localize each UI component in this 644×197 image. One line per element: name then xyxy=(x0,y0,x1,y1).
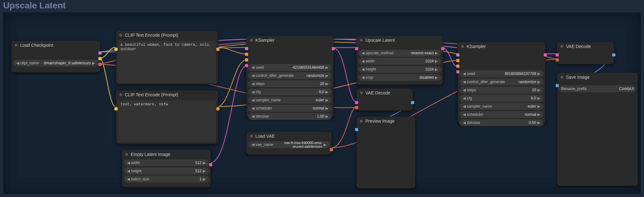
param-ksampler2-cfg[interactable]: ◀cfg8.0▶ xyxy=(460,95,543,102)
port-positive-in[interactable] xyxy=(456,59,459,62)
chevron-right-icon[interactable]: ▶ xyxy=(324,73,330,78)
port-model-in[interactable] xyxy=(245,47,248,50)
param-ksampler1-sampler-name[interactable]: ◀sampler_nameeuler▶ xyxy=(248,97,331,104)
collapse-icon[interactable] xyxy=(14,44,18,47)
port-latent-out[interactable] xyxy=(332,47,335,50)
param-ksampler2-denoise[interactable]: ◀denoise0.50▶ xyxy=(460,119,543,126)
chevron-right-icon[interactable]: ▶ xyxy=(324,106,330,110)
port-images-in[interactable] xyxy=(556,84,559,87)
chevron-right-icon[interactable]: ▶ xyxy=(536,120,541,125)
port-vae[interactable] xyxy=(98,63,102,66)
param-ksampler2-sampler-name[interactable]: ◀sampler_nameeuler▶ xyxy=(460,103,543,110)
param-empty-latent-width[interactable]: ◀width512▶ xyxy=(124,159,209,166)
port-model-in[interactable] xyxy=(456,53,459,56)
chevron-left-icon[interactable]: ◀ xyxy=(462,120,467,125)
port-latent-in[interactable] xyxy=(245,64,248,67)
collapse-icon[interactable] xyxy=(250,39,253,42)
port-positive-in[interactable] xyxy=(245,53,248,56)
chevron-left-icon[interactable]: ◀ xyxy=(250,142,256,147)
port-image-out[interactable] xyxy=(411,101,414,104)
param-upscale-height[interactable]: ◀height1024▶ xyxy=(358,66,441,73)
chevron-left-icon[interactable]: ◀ xyxy=(250,82,256,86)
param-ksampler1-scheduler[interactable]: ◀schedulernormal▶ xyxy=(248,105,331,112)
node-vae-decode-2[interactable]: VAE Decode xyxy=(557,42,614,64)
port-samples-in[interactable] xyxy=(556,53,559,56)
chevron-right-icon[interactable]: ▶ xyxy=(324,90,330,94)
chevron-left-icon[interactable]: ◀ xyxy=(462,96,467,100)
param-ksampler1-steps[interactable]: ◀steps20▶ xyxy=(248,80,331,87)
node-ksampler-1[interactable]: KSampler ◀seed421565531484456▶◀control_a… xyxy=(246,35,334,118)
param-ksampler2-scheduler[interactable]: ◀schedulernormal▶ xyxy=(460,111,543,118)
param-upscale-width[interactable]: ◀width1024▶ xyxy=(358,58,441,65)
chevron-right-icon[interactable]: ▶ xyxy=(322,142,328,147)
chevron-left-icon[interactable]: ◀ xyxy=(15,61,20,65)
chevron-left-icon[interactable]: ◀ xyxy=(126,169,131,173)
chevron-left-icon[interactable]: ◀ xyxy=(250,98,256,102)
port-vae-out[interactable] xyxy=(330,148,333,151)
chevron-left-icon[interactable]: ◀ xyxy=(126,161,131,165)
param-ksampler2-control-after-generate[interactable]: ◀control_after_generaterandomize▶ xyxy=(460,78,543,85)
chevron-left-icon[interactable]: ◀ xyxy=(462,104,467,109)
prompt-textarea[interactable]: a beautiful woman, face to camera, solo,… xyxy=(118,41,216,83)
node-load-vae[interactable]: Load VAE ◀ vae_name vae-ft-mse-840000-em… xyxy=(246,131,332,155)
chevron-left-icon[interactable]: ◀ xyxy=(360,67,366,72)
chevron-left-icon[interactable]: ◀ xyxy=(250,90,256,94)
param-upscale-upscale-method[interactable]: ◀upscale_methodnearest-exact▶ xyxy=(358,50,441,56)
chevron-right-icon[interactable]: ▶ xyxy=(536,72,541,76)
collapse-icon[interactable] xyxy=(125,153,128,156)
port-image-out[interactable] xyxy=(612,53,615,56)
prompt-textarea[interactable]: text, watermark, nsfw xyxy=(118,100,216,142)
widget-filename-prefix[interactable]: filename_prefix ComfyUI xyxy=(559,85,636,92)
collapse-icon[interactable] xyxy=(360,39,363,42)
node-empty-latent-image[interactable]: Empty Latent Image ◀width512▶◀height512▶… xyxy=(122,150,211,187)
chevron-right-icon[interactable]: ▶ xyxy=(536,88,541,92)
port-conditioning-out[interactable] xyxy=(216,48,219,51)
collapse-icon[interactable] xyxy=(560,76,564,79)
chevron-right-icon[interactable]: ▶ xyxy=(536,80,541,84)
chevron-left-icon[interactable]: ◀ xyxy=(360,51,366,55)
collapse-icon[interactable] xyxy=(119,93,122,96)
port-samples-in[interactable] xyxy=(355,101,358,104)
chevron-left-icon[interactable]: ◀ xyxy=(462,72,467,76)
port-clip-in[interactable] xyxy=(114,48,118,51)
chevron-left-icon[interactable]: ◀ xyxy=(250,114,256,119)
chevron-left-icon[interactable]: ◀ xyxy=(250,73,256,78)
node-upscale-latent[interactable]: Upscale Latent ◀upscale_methodnearest-ex… xyxy=(356,35,443,85)
node-save-image[interactable]: Save Image filename_prefix ComfyUI xyxy=(557,72,638,186)
param-ksampler1-denoise[interactable]: ◀denoise1.00▶ xyxy=(248,113,331,120)
chevron-right-icon[interactable]: ▶ xyxy=(434,75,439,80)
port-clip[interactable] xyxy=(98,57,102,60)
chevron-right-icon[interactable]: ▶ xyxy=(324,82,330,86)
node-preview-image[interactable]: Preview Image xyxy=(356,116,415,189)
chevron-left-icon[interactable]: ◀ xyxy=(462,80,467,84)
chevron-right-icon[interactable]: ▶ xyxy=(324,65,330,70)
chevron-right-icon[interactable]: ▶ xyxy=(324,98,330,102)
port-latent-in[interactable] xyxy=(456,70,459,73)
chevron-right-icon[interactable]: ▶ xyxy=(434,51,439,55)
param-upscale-crop[interactable]: ◀cropdisabled▶ xyxy=(358,74,441,81)
param-ksampler1-control-after-generate[interactable]: ◀control_after_generaterandomize▶ xyxy=(248,72,331,79)
chevron-right-icon[interactable]: ▶ xyxy=(536,104,541,109)
port-images-in[interactable] xyxy=(355,128,358,131)
collapse-icon[interactable] xyxy=(360,120,363,123)
node-load-checkpoint[interactable]: Load Checkpoint ◀ ckpt_name dreamshaper_… xyxy=(11,40,100,72)
collapse-icon[interactable] xyxy=(250,135,253,138)
chevron-left-icon[interactable]: ◀ xyxy=(360,75,366,80)
node-ksampler-2[interactable]: KSampler ◀seed891605694197709▶◀control_a… xyxy=(458,42,546,124)
node-clip-text-encode-positive[interactable]: CLIP Text Encode (Prompt) a beautiful wo… xyxy=(116,30,218,84)
collapse-icon[interactable] xyxy=(119,34,122,37)
collapse-icon[interactable] xyxy=(360,91,363,94)
chevron-right-icon[interactable]: ▶ xyxy=(202,169,207,173)
port-model[interactable] xyxy=(98,51,102,55)
chevron-left-icon[interactable]: ◀ xyxy=(126,177,131,181)
port-negative-in[interactable] xyxy=(456,65,459,68)
chevron-right-icon[interactable]: ▶ xyxy=(434,67,439,72)
param-empty-latent-batch-size[interactable]: ◀batch_size1▶ xyxy=(124,176,209,183)
chevron-left-icon[interactable]: ◀ xyxy=(250,65,256,70)
port-negative-in[interactable] xyxy=(245,58,248,61)
collapse-icon[interactable] xyxy=(461,45,464,48)
widget-vae-name[interactable]: ◀ vae_name vae-ft-mse-840000-ema-pruned.… xyxy=(248,141,330,148)
chevron-left-icon[interactable]: ◀ xyxy=(250,106,256,110)
chevron-left-icon[interactable]: ◀ xyxy=(462,88,467,92)
node-clip-text-encode-negative[interactable]: CLIP Text Encode (Prompt) text, watermar… xyxy=(116,90,218,144)
